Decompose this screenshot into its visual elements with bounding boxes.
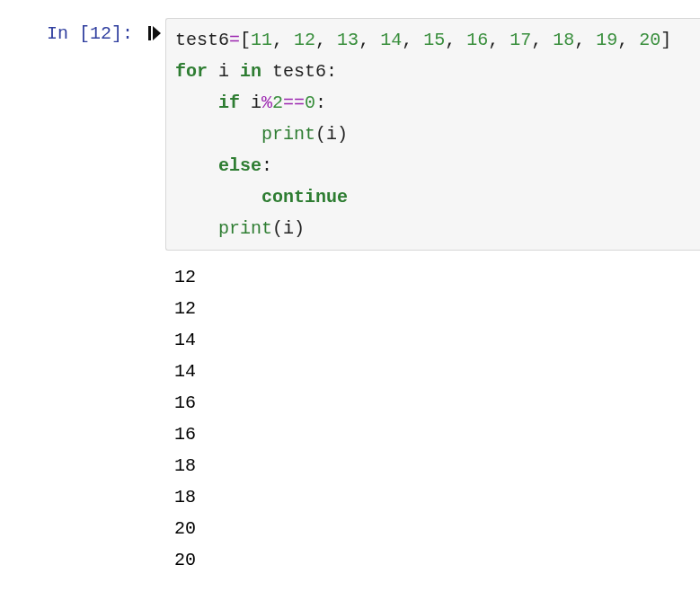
- code-num: 19: [596, 30, 617, 50]
- code-indent: [175, 124, 261, 145]
- code-input[interactable]: test6=[11, 12, 13, 14, 15, 16, 17, 18, 1…: [165, 18, 700, 251]
- code-num: 2: [272, 93, 283, 113]
- code-num: 15: [423, 30, 445, 50]
- code-text: :: [261, 155, 272, 176]
- svg-rect-0: [148, 26, 151, 40]
- output-prompt-spacer: [18, 258, 165, 579]
- run-cell-button[interactable]: [144, 18, 165, 52]
- code-comma: ,: [272, 30, 294, 50]
- code-bracket: [: [240, 30, 251, 50]
- code-comma: ,: [402, 30, 423, 50]
- prompt-exec-count: [12]: [79, 23, 122, 44]
- code-func: print: [218, 218, 272, 239]
- code-text: test6:: [261, 61, 337, 82]
- code-num: 0: [305, 93, 315, 113]
- code-kw: else: [218, 155, 261, 176]
- code-kw: if: [218, 93, 240, 113]
- code-kw: continue: [261, 187, 348, 207]
- code-func: print: [261, 124, 315, 145]
- code-bracket: ]: [660, 30, 671, 50]
- code-text: i: [240, 93, 261, 113]
- code-kw: in: [240, 61, 261, 82]
- code-indent: [175, 93, 218, 113]
- code-indent: [175, 187, 261, 207]
- code-comma: ,: [531, 30, 553, 50]
- code-comma: ,: [359, 30, 380, 50]
- output-stdout: 12 12 14 14 16 16 18 18 20 20: [165, 258, 700, 579]
- code-text: (i): [315, 124, 348, 145]
- input-cell: In [12]: test6=[11, 12, 13, 14, 15, 16, …: [18, 18, 700, 251]
- code-op: %: [261, 93, 272, 113]
- output-cell: 12 12 14 14 16 16 18 18 20 20: [18, 258, 700, 579]
- code-comma: ,: [617, 30, 639, 50]
- code-text: (i): [272, 218, 305, 239]
- code-text: :: [315, 93, 326, 113]
- code-comma: ,: [574, 30, 596, 50]
- code-comma: ,: [315, 30, 337, 50]
- code-num: 17: [509, 30, 531, 50]
- input-prompt: In [12]:: [18, 18, 144, 49]
- prompt-suffix: :: [122, 23, 133, 44]
- code-op: ==: [283, 93, 305, 113]
- code-num: 20: [639, 30, 660, 50]
- code-num: 16: [466, 30, 488, 50]
- code-num: 13: [337, 30, 359, 50]
- code-indent: [175, 155, 218, 176]
- run-cell-icon: [147, 26, 162, 47]
- code-indent: [175, 218, 218, 239]
- code-var: test6: [175, 30, 229, 50]
- prompt-prefix: In: [47, 23, 79, 44]
- code-comma: ,: [488, 30, 509, 50]
- code-op: =: [229, 30, 240, 50]
- code-comma: ,: [445, 30, 466, 50]
- code-num: 18: [553, 30, 574, 50]
- code-kw: for: [175, 61, 208, 82]
- code-num: 11: [251, 30, 272, 50]
- code-text: i: [208, 61, 240, 82]
- code-num: 12: [294, 30, 315, 50]
- code-num: 14: [380, 30, 402, 50]
